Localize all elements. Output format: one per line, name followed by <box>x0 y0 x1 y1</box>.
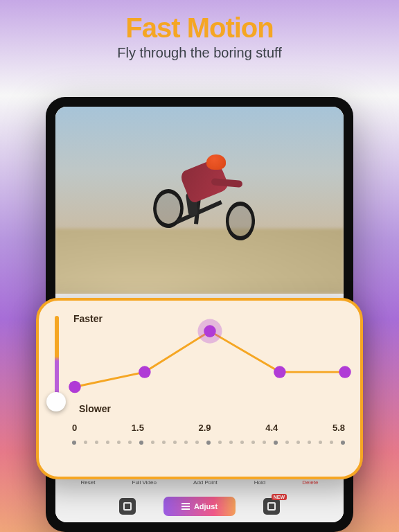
curve-point[interactable] <box>339 366 351 378</box>
hold-label: Hold <box>254 479 265 486</box>
speed-slider[interactable] <box>50 316 62 406</box>
media-button[interactable] <box>119 498 136 515</box>
speed-panel: Faster Slower 0 1.5 2.9 4.4 5.8 <box>36 298 363 479</box>
video-preview[interactable] <box>55 107 344 294</box>
full-video-label: Full Video <box>132 479 157 486</box>
tick-dots <box>72 441 345 445</box>
slower-label: Slower <box>79 403 111 414</box>
hero-title: Fast Motion <box>0 12 399 44</box>
bottom-bar: Adjust NEW <box>55 493 344 520</box>
add-point-label: Add Point <box>193 479 218 486</box>
curve-point[interactable] <box>69 381 81 393</box>
adjust-button[interactable]: Adjust <box>163 497 236 516</box>
x-tick: 1.5 <box>132 423 144 433</box>
slider-thumb[interactable] <box>46 392 66 411</box>
export-button[interactable]: NEW <box>263 498 280 515</box>
reset-label: Reset <box>81 479 96 486</box>
curve-point[interactable] <box>204 325 216 337</box>
curve-point[interactable] <box>274 366 286 378</box>
new-badge: NEW <box>272 494 287 500</box>
x-tick: 5.8 <box>332 423 345 433</box>
x-tick: 0 <box>72 423 77 433</box>
speed-curve-chart[interactable] <box>75 323 345 399</box>
x-axis: 0 1.5 2.9 4.4 5.8 <box>72 423 345 433</box>
delete-label: Delete <box>302 479 318 486</box>
x-tick: 4.4 <box>265 423 278 433</box>
curve-point[interactable] <box>139 366 151 378</box>
adjust-label: Adjust <box>194 502 218 511</box>
hero-subtitle: Fly through the boring stuff <box>0 45 399 61</box>
x-tick: 2.9 <box>199 423 211 433</box>
